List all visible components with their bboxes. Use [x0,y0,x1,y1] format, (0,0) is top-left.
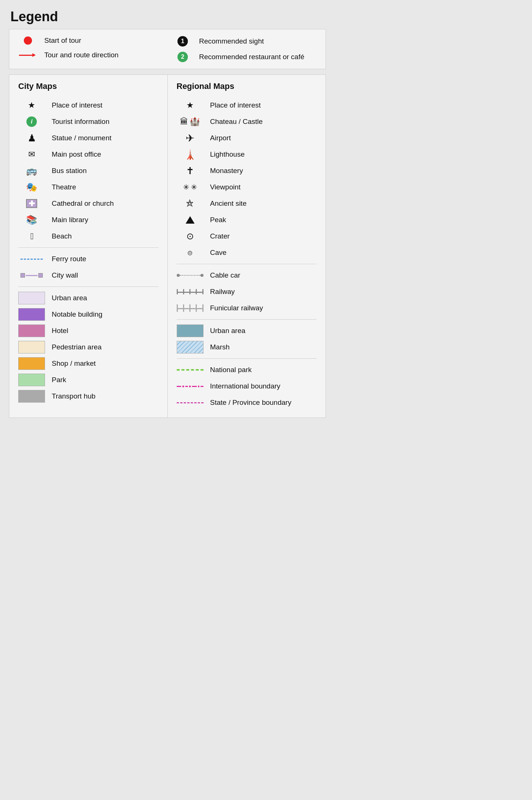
national-park-item: National park [177,362,317,378]
masks-icon: 🎭 [26,182,37,192]
green-dashed-line-icon [177,369,203,371]
regional-maps-title: Regional Maps [177,81,317,91]
theatre-icon: 🎭 [18,182,45,192]
route-direction-label: Tour and route direction [44,51,119,60]
bird-icon: 𓅓 [30,231,33,241]
lighthouse-item: 🗼 Lighthouse [177,146,317,163]
monastery-label: Monastery [210,167,243,175]
tourist-information-item: i Tourist information [18,113,158,130]
statue-monument-icon: ♟ [18,132,45,144]
bus-station-item: 🚌 Bus station [18,163,158,179]
airport-label: Airport [210,134,231,142]
cathedral-church-item: ✚ Cathedral or church [18,195,158,212]
crater-symbol-icon: ⊙ [186,231,194,241]
national-park-label: National park [210,366,252,374]
tour-right: 1 Recommended sight 2 Recommended restau… [162,36,317,62]
railway-line-icon [177,289,203,294]
beach-label: Beach [52,232,72,240]
cable-car-icon [177,274,203,277]
chateau-castle-icon: 🏛 🏰 [177,117,203,127]
red-arrow-icon [19,53,37,57]
state-boundary-item: State / Province boundary [177,394,317,411]
pedestrian-area-label: Pedestrian area [52,343,102,351]
lighthouse-label: Lighthouse [210,150,245,159]
pedestrian-area-icon [18,341,45,353]
notable-building-color-box [18,308,45,321]
black-circle-1: 1 [177,36,188,47]
cable-car-item: Cable car [177,267,317,284]
urban-area-item: Urban area [18,290,158,306]
funicular-railway-label: Funicular railway [210,304,263,312]
funicular-railway-icon [177,304,203,312]
city-wall-label: City wall [52,271,78,279]
beach-item: 𓅓 Beach [18,228,158,244]
crater-item: ⊙ Crater [177,228,317,244]
marsh-label: Marsh [210,343,230,351]
chateau-castle-item: 🏛 🏰 Chateau / Castle [177,113,317,130]
city-wall-item: City wall [18,267,158,284]
house-icon: 🏛 [180,117,188,127]
notable-building-icon [18,308,45,321]
red-dot-icon [24,36,32,45]
recommended-sight-row: 1 Recommended sight [173,36,317,47]
bus-station-label: Bus station [52,167,87,175]
cross-box-icon: ✚ [26,199,37,208]
cave-item: ⌾ Cave [177,244,317,261]
star-icon: ★ [28,100,35,110]
railway-icon [177,289,203,294]
main-section: City Maps ★ Place of interest i Tourist … [9,74,326,418]
reg-urban-area-label: Urban area [210,327,246,335]
park-color-box [18,374,45,386]
main-library-item: 📚 Main library [18,212,158,228]
transport-hub-item: Transport hub [18,388,158,404]
monastery-icon: ✝ [177,165,203,177]
reg-place-of-interest-label: Place of interest [210,101,261,109]
shop-market-item: Shop / market [18,355,158,372]
viewpoint-label: Viewpoint [210,183,241,191]
chess-pawn-icon: ♟ [28,132,36,144]
main-post-office-icon: ✉ [18,150,45,159]
ancient-site-item: ⛤ Ancient site [177,195,317,212]
monastery-item: ✝ Monastery [177,163,317,179]
crater-icon: ⊙ [177,231,203,241]
viewpoint-item: ✳ ✳ Viewpoint [177,179,317,195]
reg-urban-area-item: Urban area [177,323,317,339]
notable-building-item: Notable building [18,306,158,323]
main-post-office-label: Main post office [52,150,101,159]
plane-icon: ✈ [186,132,194,144]
recommended-sight-icon: 1 [173,36,192,47]
start-of-tour-row: Start of tour [18,36,162,45]
recommended-restaurant-icon: 2 [173,52,192,62]
cathedral-church-icon: ✚ [18,199,45,208]
transport-hub-color-box [18,390,45,403]
ferry-route-icon [18,259,45,260]
funicular-line-icon [177,304,203,312]
pedestrian-area-color-box [18,341,45,353]
pedestrian-area-item: Pedestrian area [18,339,158,355]
ferry-route-item: Ferry route [18,251,158,267]
state-boundary-label: State / Province boundary [210,399,292,407]
main-library-icon: 📚 [18,215,45,225]
international-boundary-item: International boundary [177,378,317,394]
lighthouse-icon: 🗼 [177,149,203,160]
recommended-restaurant-row: 2 Recommended restaurant or café [173,52,317,62]
regional-maps-column: Regional Maps ★ Place of interest 🏛 🏰 Ch… [168,75,326,417]
regional-divider-3 [177,358,317,359]
reg-place-of-interest-item: ★ Place of interest [177,97,317,113]
reg-place-of-interest-icon: ★ [177,100,203,110]
envelope-icon: ✉ [28,150,35,159]
start-tour-icon [18,36,38,45]
recommended-sight-label: Recommended sight [199,37,264,46]
marsh-item: Marsh [177,339,317,355]
start-tour-label: Start of tour [44,36,81,45]
tour-left: Start of tour Tour and route direction [18,36,162,62]
peak-label: Peak [210,216,226,224]
city-place-of-interest-label: Place of interest [52,101,102,109]
regional-divider-2 [177,319,317,320]
lighthouse-symbol-icon: 🗼 [184,149,196,160]
cave-icon: ⌾ [177,248,203,257]
park-icon [18,374,45,386]
statue-monument-label: Statue / monument [52,134,112,142]
tourist-information-label: Tourist information [52,118,109,126]
hotel-color-box [18,324,45,337]
